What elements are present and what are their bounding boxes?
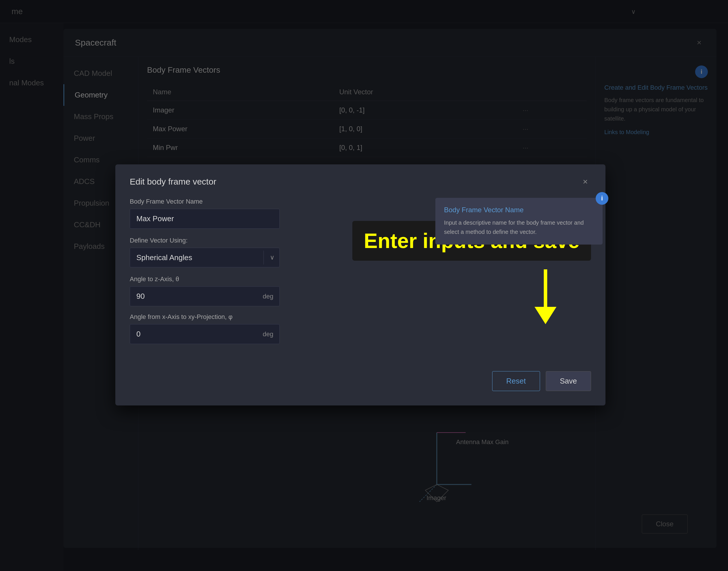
tooltip-text: Input a descriptive name for the body fr… — [444, 218, 594, 236]
modal-close-button[interactable]: × — [580, 176, 591, 188]
reset-button[interactable]: Reset — [492, 371, 540, 391]
tooltip-title: Body Frame Vector Name — [444, 206, 594, 214]
theta-label: Angle to z-Axis, θ — [130, 275, 280, 283]
modal-form: Body Frame Vector Name Define Vector Usi… — [130, 198, 280, 351]
arrow-head — [534, 307, 557, 324]
modal-body: Body Frame Vector Name Define Vector Usi… — [130, 198, 591, 351]
tooltip-info-icon: i — [596, 192, 608, 205]
phi-label: Angle from x-Axis to xy-Projection, φ — [130, 313, 280, 321]
modal-right: i Body Frame Vector Name Input a descrip… — [297, 198, 591, 351]
phi-input[interactable] — [130, 324, 280, 344]
theta-input-wrapper: deg — [130, 287, 280, 306]
modal-header: Edit body frame vector × — [130, 176, 591, 188]
name-input[interactable] — [130, 209, 280, 229]
yellow-arrow — [534, 269, 557, 324]
modal-title: Edit body frame vector — [130, 177, 216, 187]
arrow-shaft — [544, 269, 547, 307]
define-dropdown[interactable]: Spherical Angles Unit Vector Components … — [130, 248, 280, 267]
save-button[interactable]: Save — [546, 371, 591, 391]
tooltip-popup: i Body Frame Vector Name Input a descrip… — [435, 198, 603, 245]
name-field-label: Body Frame Vector Name — [130, 198, 280, 205]
edit-modal: Edit body frame vector × Body Frame Vect… — [115, 164, 605, 406]
define-label: Define Vector Using: — [130, 237, 280, 244]
theta-input[interactable] — [130, 287, 280, 306]
modal-footer: Reset Save — [130, 365, 591, 391]
theta-unit: deg — [263, 293, 273, 300]
define-dropdown-wrapper: Spherical Angles Unit Vector Components … — [130, 248, 280, 267]
phi-input-wrapper: deg — [130, 324, 280, 344]
phi-unit: deg — [263, 331, 273, 338]
